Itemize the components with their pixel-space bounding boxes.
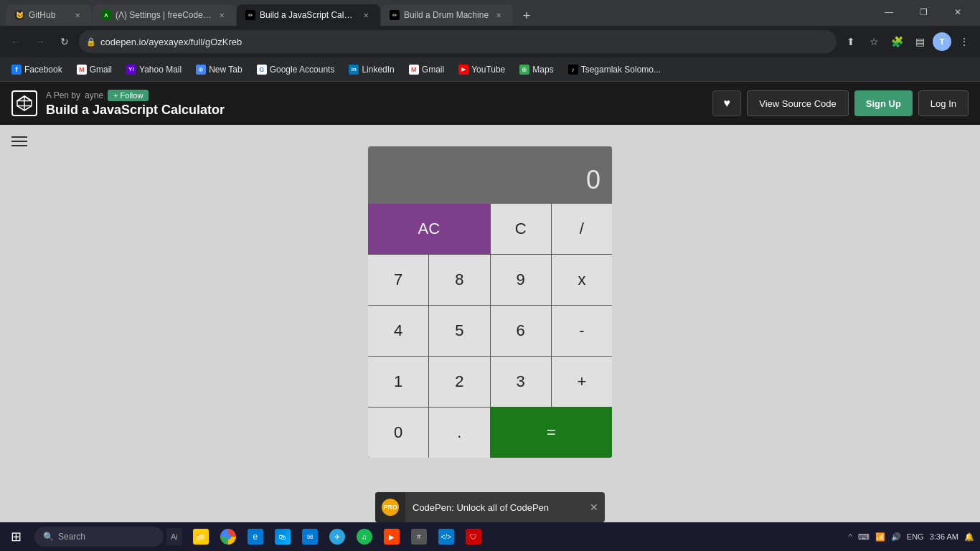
bookmark-tiktok[interactable]: ♪ Tsegamlak Solomo... (562, 62, 666, 77)
button-clear[interactable]: C (491, 204, 551, 254)
bookmark-google-accounts[interactable]: G Google Accounts (251, 62, 341, 77)
taskbar-system-tray: ^ ⌨ 📶 🔊 ENG 3:36 AM 🔔 (849, 532, 980, 542)
youtube-favicon: ▶ (458, 65, 468, 75)
button-add[interactable]: + (552, 357, 612, 407)
pen-meta: A Pen by ayne + Follow (46, 90, 225, 101)
bookmarks-bar: f Facebook M Gmail Y! Yahoo Mail ⊕ New T… (0, 57, 980, 82)
bookmark-yahoo[interactable]: Y! Yahoo Mail (121, 62, 187, 77)
tab-github-close[interactable]: ✕ (72, 9, 83, 21)
reload-button[interactable]: ↻ (55, 32, 75, 52)
taskbar-app-security[interactable]: 🛡 (461, 524, 486, 550)
login-button[interactable]: Log In (918, 90, 969, 116)
taskbar-start-button[interactable]: ⊞ (0, 522, 32, 551)
bookmark-facebook[interactable]: f Facebook (6, 62, 68, 77)
drum-favicon: ✏ (390, 10, 400, 20)
heart-icon: ♥ (724, 97, 731, 110)
tab-bar: 🐱 GitHub ✕ Λ (Λ) Settings | freeCodeCamp… (0, 0, 980, 26)
bookmark-google-accounts-label: Google Accounts (270, 65, 335, 75)
main-content: 0 AC C / 7 8 9 x (0, 125, 980, 522)
taskbar-app-edge[interactable]: e (242, 524, 268, 550)
extensions-button[interactable]: 🧩 (887, 32, 907, 52)
bookmark-linkedin[interactable]: in LinkedIn (343, 62, 400, 77)
tab-freecodecamp[interactable]: Λ (Λ) Settings | freeCodeCamp.org ✕ (93, 4, 236, 26)
taskbar-app-explorer[interactable]: 📁 (188, 524, 214, 550)
side-panel-button[interactable]: ▤ (910, 32, 930, 52)
bookmark-gmail2[interactable]: M Gmail (403, 62, 450, 77)
taskbar-app-vscode[interactable]: </> (433, 524, 459, 550)
button-subtract[interactable]: - (552, 306, 612, 356)
tab-fcc-close[interactable]: ✕ (216, 9, 227, 21)
bookmark-yahoo-label: Yahoo Mail (139, 65, 182, 75)
taskbar-chevron-icon[interactable]: ^ (849, 532, 852, 541)
bookmark-button[interactable]: ☆ (864, 32, 884, 52)
tab-github[interactable]: 🐱 GitHub ✕ (6, 4, 92, 26)
notification-close[interactable]: ✕ (583, 492, 605, 522)
view-source-button[interactable]: View Source Code (747, 90, 848, 116)
tiktok-favicon: ♪ (568, 65, 578, 75)
taskbar-app-mail[interactable]: ✉ (297, 524, 323, 550)
button-4[interactable]: 4 (368, 306, 428, 356)
bookmark-newtab[interactable]: ⊕ New Tab (190, 62, 248, 77)
bookmark-youtube[interactable]: ▶ YouTube (453, 62, 511, 77)
notification-icon: PRO (375, 492, 405, 522)
pen-header-right: ♥ View Source Code Sign Up Log In (712, 90, 969, 116)
new-tab-button[interactable]: + (517, 6, 537, 26)
hamburger-menu[interactable] (11, 136, 27, 146)
taskbar-search-icon: 🔍 (43, 532, 54, 542)
taskbar-app-video[interactable]: ▶ (379, 524, 405, 550)
display-value: 0 (586, 165, 600, 195)
minimize-button[interactable]: — (872, 1, 905, 23)
taskbar-ai-button[interactable]: Ai (166, 528, 182, 545)
button-5[interactable]: 5 (429, 306, 489, 356)
follow-button[interactable]: + Follow (108, 90, 149, 101)
taskbar-search-box[interactable]: 🔍 Search (34, 527, 164, 547)
tab-drum-close[interactable]: ✕ (493, 9, 504, 21)
share-button[interactable]: ⬆ (841, 32, 861, 52)
address-input[interactable] (79, 30, 837, 53)
taskbar-app-calculator[interactable]: # (406, 524, 432, 550)
taskbar-app-telegram[interactable]: ✈ (324, 524, 350, 550)
taskbar-notification-icon[interactable]: 🔔 (964, 532, 974, 542)
signup-button[interactable]: Sign Up (854, 90, 913, 116)
tab-calculator[interactable]: ✏ Build a JavaScript Calculator ✕ (237, 4, 380, 26)
button-2[interactable]: 2 (429, 357, 489, 407)
menu-button[interactable]: ⋮ (954, 32, 974, 52)
button-1[interactable]: 1 (368, 357, 428, 407)
gmail2-favicon: M (409, 65, 419, 75)
close-button[interactable]: ✕ (941, 1, 974, 23)
address-bar: ← → ↻ 🔒 ⬆ ☆ 🧩 ▤ T ⋮ (0, 26, 980, 57)
button-equals[interactable]: = (491, 408, 613, 458)
bookmark-linkedin-label: LinkedIn (362, 65, 394, 75)
notification-text: CodePen: Unlock all of CodePen (405, 502, 583, 513)
taskbar-lang-label[interactable]: ENG (907, 532, 924, 541)
button-multiply[interactable]: x (552, 255, 612, 305)
back-button[interactable]: ← (6, 32, 26, 52)
button-0[interactable]: 0 (368, 408, 428, 458)
pro-badge: PRO (382, 499, 399, 516)
button-7[interactable]: 7 (368, 255, 428, 305)
maximize-button[interactable]: ❐ (907, 1, 940, 23)
pen-author-prefix: A Pen by (46, 90, 80, 100)
taskbar-app-chrome[interactable] (215, 524, 241, 550)
taskbar-search-text: Search (58, 532, 85, 542)
taskbar-volume-icon: 🔊 (891, 532, 901, 542)
profile-button[interactable]: T (933, 32, 951, 51)
codepen-logo[interactable] (11, 90, 37, 116)
button-6[interactable]: 6 (491, 306, 551, 356)
bookmark-gmail[interactable]: M Gmail (71, 62, 118, 77)
pen-author[interactable]: ayne (85, 90, 103, 100)
button-8[interactable]: 8 (429, 255, 489, 305)
button-ac[interactable]: AC (368, 204, 490, 254)
taskbar-app-spotify[interactable]: ♫ (352, 524, 377, 550)
heart-button[interactable]: ♥ (712, 90, 741, 116)
button-decimal[interactable]: . (429, 408, 489, 458)
tab-calculator-close[interactable]: ✕ (360, 9, 372, 21)
taskbar-app-store[interactable]: 🛍 (270, 524, 296, 550)
button-9[interactable]: 9 (491, 255, 551, 305)
taskbar-pinned-apps: 📁 e 🛍 ✉ ✈ ♫ ▶ # </> � (188, 524, 849, 550)
forward-button[interactable]: → (30, 32, 50, 52)
tab-drum[interactable]: ✏ Build a Drum Machine ✕ (381, 4, 513, 26)
bookmark-maps[interactable]: ⊕ Maps (514, 62, 559, 77)
button-divide[interactable]: / (552, 204, 612, 254)
button-3[interactable]: 3 (491, 357, 551, 407)
